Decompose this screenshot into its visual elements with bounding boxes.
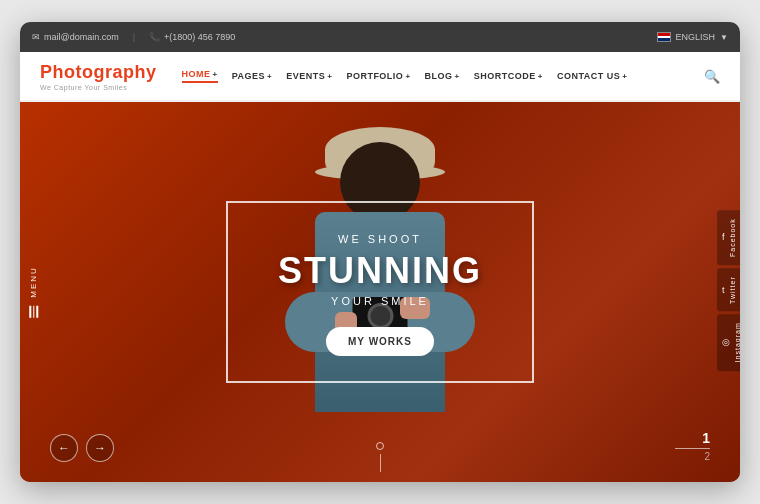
logo-tagline: We Capture Your Smiles bbox=[40, 84, 157, 91]
plus-icon: + bbox=[213, 70, 218, 79]
plus-icon: + bbox=[327, 72, 332, 81]
twitter-label: Twitter bbox=[729, 276, 736, 304]
hero-content: WE SHOOT STUNNING YOUR SMILE MY WORKS bbox=[226, 201, 534, 383]
plus-icon: + bbox=[267, 72, 272, 81]
email-info: ✉ mail@domain.com bbox=[32, 32, 119, 42]
nav-links: HOME+ PAGES+ EVENTS+ PORTFOLIO+ BLOG+ SH… bbox=[182, 69, 721, 84]
social-links: f Facebook t Twitter ◎ Instagram bbox=[717, 210, 740, 374]
scroll-line bbox=[380, 454, 381, 472]
browser-window: ✉ mail@domain.com | 📞 +(1800) 456 7890 E… bbox=[20, 22, 740, 482]
nav-item-events[interactable]: EVENTS+ bbox=[286, 71, 332, 81]
facebook-icon: f bbox=[722, 233, 725, 243]
scroll-indicator bbox=[376, 442, 384, 472]
total-slides: 2 bbox=[704, 451, 710, 462]
top-bar: ✉ mail@domain.com | 📞 +(1800) 456 7890 E… bbox=[20, 22, 740, 52]
facebook-link[interactable]: f Facebook bbox=[717, 210, 740, 265]
twitter-link[interactable]: t Twitter bbox=[717, 268, 740, 312]
slide-navigation: ← → bbox=[50, 434, 114, 462]
counter-divider bbox=[675, 448, 710, 449]
email-address: mail@domain.com bbox=[44, 32, 119, 42]
separator: | bbox=[133, 32, 135, 42]
twitter-icon: t bbox=[722, 285, 725, 295]
prev-slide-button[interactable]: ← bbox=[50, 434, 78, 462]
search-button[interactable]: 🔍 bbox=[704, 69, 720, 84]
language-selector[interactable]: ENGLISH ▼ bbox=[657, 32, 728, 42]
chevron-down-icon: ▼ bbox=[720, 33, 728, 42]
hero-frame: WE SHOOT STUNNING YOUR SMILE MY WORKS bbox=[226, 201, 534, 383]
next-slide-button[interactable]: → bbox=[86, 434, 114, 462]
nav-item-pages[interactable]: PAGES+ bbox=[232, 71, 273, 81]
navbar: Photography We Capture Your Smiles HOME+… bbox=[20, 52, 740, 102]
plus-icon: + bbox=[405, 72, 410, 81]
logo[interactable]: Photography We Capture Your Smiles bbox=[40, 62, 157, 91]
hero-subtitle: WE SHOOT bbox=[338, 233, 422, 245]
menu-icon bbox=[30, 306, 39, 318]
phone-icon: 📞 bbox=[149, 32, 160, 42]
facebook-label: Facebook bbox=[729, 218, 736, 257]
my-works-button[interactable]: MY WORKS bbox=[326, 327, 434, 356]
instagram-link[interactable]: ◎ Instagram bbox=[717, 315, 740, 371]
language-label: ENGLISH bbox=[676, 32, 716, 42]
phone-info: 📞 +(1800) 456 7890 bbox=[149, 32, 235, 42]
nav-item-portfolio[interactable]: PORTFOLIO+ bbox=[346, 71, 410, 81]
flag-icon bbox=[657, 32, 671, 42]
side-menu[interactable]: MENU bbox=[29, 266, 38, 318]
nav-item-contact[interactable]: CONTACT US+ bbox=[557, 71, 628, 81]
mail-icon: ✉ bbox=[32, 32, 40, 42]
menu-label: MENU bbox=[29, 266, 38, 298]
plus-icon: + bbox=[455, 72, 460, 81]
hero-section: MENU WE SHOOT STUNNING YOUR SMILE MY WOR… bbox=[20, 102, 740, 482]
nav-item-shortcode[interactable]: SHORTCODE+ bbox=[474, 71, 543, 81]
plus-icon: + bbox=[622, 72, 627, 81]
logo-name: Photography bbox=[40, 62, 157, 83]
slide-counter: 1 2 bbox=[675, 430, 710, 462]
phone-number: +(1800) 456 7890 bbox=[164, 32, 235, 42]
contact-info: ✉ mail@domain.com | 📞 +(1800) 456 7890 bbox=[32, 32, 235, 42]
nav-item-blog[interactable]: BLOG+ bbox=[425, 71, 460, 81]
current-slide: 1 bbox=[702, 430, 710, 446]
nav-item-home[interactable]: HOME+ bbox=[182, 69, 218, 83]
instagram-icon: ◎ bbox=[722, 338, 730, 348]
instagram-label: Instagram bbox=[734, 323, 740, 363]
hero-title: STUNNING bbox=[278, 253, 482, 289]
plus-icon: + bbox=[538, 72, 543, 81]
hero-description: YOUR SMILE bbox=[331, 295, 429, 307]
counter-display: 1 2 bbox=[675, 430, 710, 462]
scroll-dot bbox=[376, 442, 384, 450]
